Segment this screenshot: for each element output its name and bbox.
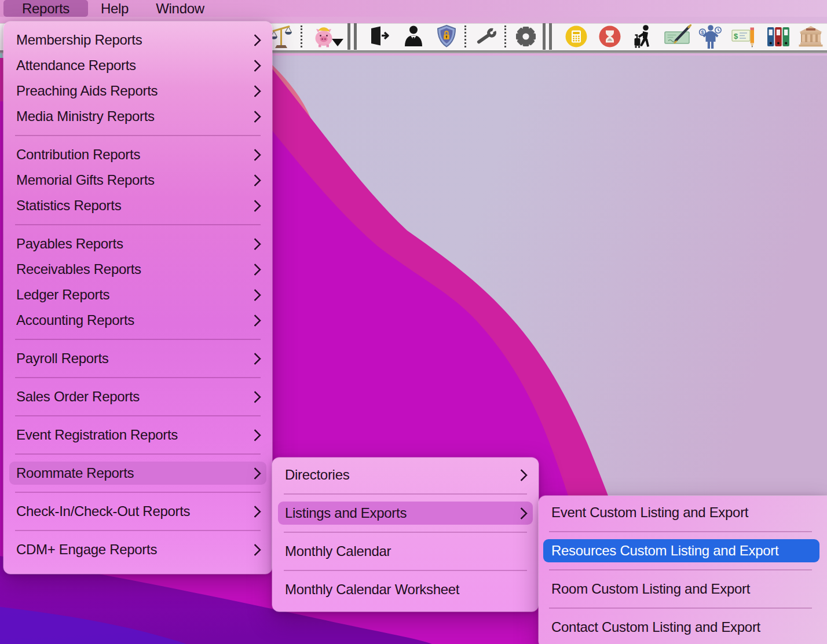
- submenu-chevron-icon: [249, 110, 261, 122]
- balance-scale-glyph: [269, 24, 294, 49]
- menu-bar: Reports Help Window: [0, 0, 827, 17]
- time-clock-hourglass-icon[interactable]: [596, 23, 624, 50]
- settings-gear-icon[interactable]: [512, 23, 540, 50]
- menu-item-directories[interactable]: Directories: [272, 462, 539, 488]
- menu-item-sales-order-reports[interactable]: Sales Order Reports: [3, 384, 272, 409]
- menu-item-listings-and-exports[interactable]: Listings and Exports: [272, 500, 539, 526]
- menu-item-ledger-reports[interactable]: Ledger Reports: [3, 282, 272, 308]
- menu-separator: [272, 488, 539, 500]
- submenu-chevron-icon: [515, 507, 528, 519]
- menu-item-memorial-gifts-reports[interactable]: Memorial Gifts Reports: [3, 167, 272, 193]
- menubar-item-window-label: Window: [156, 1, 204, 17]
- menu-separator: [3, 524, 272, 537]
- bank-glyph: [797, 24, 824, 49]
- submenu-chevron-icon: [249, 505, 261, 517]
- submenu-chevron-icon: [249, 34, 261, 46]
- submenu-chevron-icon: [249, 390, 261, 402]
- menu-item-monthly-calendar-worksheet[interactable]: Monthly Calendar Worksheet: [272, 577, 539, 602]
- menu-separator: [3, 333, 272, 346]
- submenu-chevron-icon: [249, 288, 261, 301]
- menu-item-cdm-engage-reports[interactable]: CDM+ Engage Reports: [3, 537, 272, 562]
- payables-check-pencil-icon[interactable]: $: [730, 23, 758, 50]
- menubar-item-help-label: Help: [101, 1, 129, 17]
- toolbar-separator: [504, 25, 506, 47]
- menu-item-event-registration-reports[interactable]: Event Registration Reports: [3, 422, 272, 448]
- menu-separator: [539, 525, 827, 538]
- utilities-wrench-icon[interactable]: [473, 23, 500, 50]
- check-in-traveler-icon[interactable]: [630, 23, 657, 50]
- sign-out-door-icon[interactable]: [365, 23, 393, 50]
- piggy-bank-icon[interactable]: [311, 23, 339, 50]
- submenu-chevron-icon: [249, 148, 261, 160]
- menu-item-preaching-aids-reports[interactable]: Preaching Aids Reports: [3, 78, 272, 104]
- reports-menu: Membership Reports Attendance Reports Pr…: [3, 21, 272, 574]
- security-shield-glyph: [435, 24, 458, 49]
- menu-item-contact-custom-listing-and-export[interactable]: Contact Custom Listing and Export: [539, 614, 827, 640]
- calculator-icon[interactable]: [562, 23, 590, 50]
- menubar-item-reports[interactable]: Reports: [3, 0, 88, 17]
- toolbar-group-divider: [347, 23, 357, 50]
- toolbar-separator: [464, 25, 466, 47]
- menu-item-monthly-calendar[interactable]: Monthly Calendar: [272, 539, 539, 564]
- menu-item-statistics-reports[interactable]: Statistics Reports: [3, 193, 272, 218]
- menu-separator: [272, 526, 539, 539]
- menu-separator: [3, 448, 272, 460]
- menu-separator: [272, 564, 539, 577]
- menu-item-room-custom-listing-and-export[interactable]: Room Custom Listing and Export: [539, 576, 827, 602]
- security-shield-icon[interactable]: [433, 23, 460, 50]
- binders-glyph: [765, 24, 792, 49]
- menu-item-event-custom-listing-and-export[interactable]: Event Custom Listing and Export: [539, 500, 827, 525]
- hourglass-glyph: [598, 24, 622, 49]
- member-person-icon[interactable]: [400, 23, 427, 50]
- submenu-chevron-icon: [249, 314, 261, 326]
- menu-item-payroll-reports[interactable]: Payroll Reports: [3, 346, 272, 371]
- menu-item-check-in-check-out-reports[interactable]: Check-In/Check-Out Reports: [3, 499, 272, 524]
- check-pen-glyph: [664, 24, 691, 49]
- submenu-chevron-icon: [515, 469, 528, 481]
- menu-item-contribution-reports[interactable]: Contribution Reports: [3, 142, 272, 167]
- menu-separator: [3, 486, 272, 499]
- submenu-chevron-icon: [249, 174, 261, 186]
- menu-separator: [3, 409, 272, 422]
- menu-item-membership-reports[interactable]: Membership Reports: [3, 27, 272, 53]
- submenu-chevron-icon: [249, 59, 261, 71]
- payroll-person-icon[interactable]: $: [697, 23, 724, 50]
- menu-separator: [3, 218, 272, 231]
- submenu-chevron-icon: [249, 237, 261, 250]
- traveler-glyph: [631, 24, 656, 49]
- ledger-binders-icon[interactable]: [764, 23, 792, 50]
- menu-item-receivables-reports[interactable]: Receivables Reports: [3, 257, 272, 282]
- menu-item-accounting-reports[interactable]: Accounting Reports: [3, 308, 272, 333]
- menu-separator: [3, 371, 272, 384]
- menubar-item-window[interactable]: Window: [146, 0, 214, 17]
- submenu-chevron-icon: [249, 467, 261, 479]
- menu-item-resources-custom-listing-and-export[interactable]: Resources Custom Listing and Export: [539, 538, 827, 564]
- roommate-reports-submenu: Directories Listings and Exports Monthly…: [272, 458, 539, 612]
- svg-text:$: $: [734, 32, 738, 41]
- submenu-chevron-icon: [249, 429, 261, 441]
- toolbar-separator: [301, 25, 302, 47]
- sign-out-glyph: [368, 25, 391, 48]
- menu-item-payables-reports[interactable]: Payables Reports: [3, 231, 272, 257]
- check-pencil-glyph: $: [731, 24, 758, 49]
- submenu-chevron-icon: [249, 543, 261, 555]
- payroll-person-glyph: $: [698, 24, 723, 49]
- menu-item-media-ministry-reports[interactable]: Media Ministry Reports: [3, 104, 272, 129]
- check-writing-pen-icon[interactable]: [664, 23, 691, 50]
- menubar-item-reports-label: Reports: [22, 1, 69, 17]
- menu-item-roommate-reports[interactable]: Roommate Reports: [3, 460, 272, 486]
- menu-separator: [3, 129, 272, 142]
- submenu-chevron-icon: [249, 352, 261, 364]
- dropdown-arrow-icon: [332, 39, 343, 46]
- menu-item-attendance-reports[interactable]: Attendance Reports: [3, 53, 272, 78]
- menubar-item-help[interactable]: Help: [93, 0, 137, 17]
- bank-building-icon[interactable]: [797, 23, 825, 50]
- calculator-glyph: [564, 24, 588, 49]
- menu-separator: [539, 602, 827, 614]
- svg-text:$: $: [701, 30, 704, 35]
- submenu-chevron-icon: [249, 263, 261, 275]
- settings-gear-glyph: [514, 24, 538, 49]
- submenu-chevron-icon: [249, 85, 261, 97]
- menu-separator: [539, 564, 827, 576]
- submenu-chevron-icon: [249, 199, 261, 211]
